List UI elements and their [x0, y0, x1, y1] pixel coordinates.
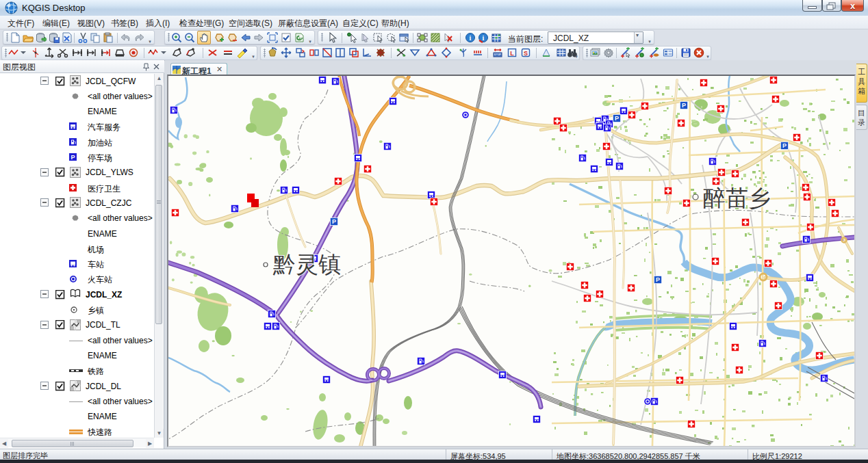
svg-text:P: P	[656, 276, 660, 283]
svg-text:i: i	[483, 34, 485, 42]
svg-text:S: S	[524, 50, 528, 57]
svg-text:醉苗乡: 醉苗乡	[703, 186, 771, 211]
svg-text:P: P	[782, 142, 787, 149]
svg-text:P: P	[332, 218, 336, 225]
svg-text:P: P	[71, 154, 75, 161]
svg-text:P: P	[682, 102, 686, 109]
svg-text:黔灵镇: 黔灵镇	[272, 252, 341, 277]
svg-text:i: i	[470, 34, 472, 42]
svg-text:L: L	[510, 50, 514, 57]
svg-text:P: P	[615, 115, 619, 122]
